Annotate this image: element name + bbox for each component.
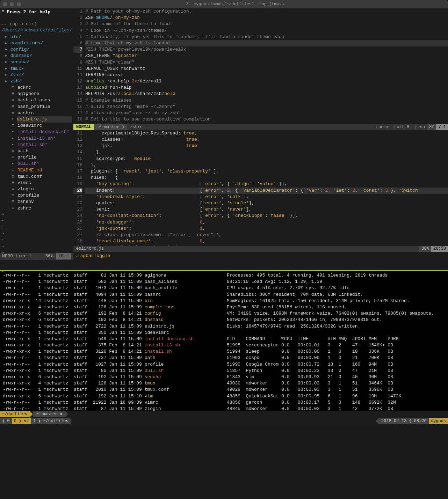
tmux-host: cygnus — [429, 418, 448, 424]
window-title: 3. cygnus.home:[~/dotfiles] :top (tmux) — [25, 1, 445, 7]
tmux-windows[interactable]: ❮ 0 0 ❯ vi 1 ❯ ~/dotfiles 2018-02-13 ❮ 0… — [0, 418, 448, 425]
editor-pane-zshrc[interactable]: 1234567891011121314151617181920212223242… — [73, 8, 448, 124]
scroll-pct: 8% — [427, 124, 436, 130]
top-columns: PID COMMAND %CPU TIME #TH #WQ #PORT MEM … — [227, 336, 445, 342]
tmux-session[interactable]: ❮ 0 — [0, 418, 12, 424]
line-numbers: 1234567891011121314151617181920212223242… — [73, 8, 85, 124]
top-header-line: MemRegions: 161925 total, 15G resident, … — [227, 298, 445, 304]
top-header-line: Networks: packets: 206203748/146G in, 79… — [227, 317, 445, 323]
filename: eslintrc.js — [73, 246, 419, 252]
tree-file[interactable]: ▪pull.sh* — [0, 161, 73, 167]
top-process-row: 51857 Python 0.0 00:00.23 33 0 47 21M 0B — [227, 368, 445, 374]
tree-folder[interactable]: ▸ dnsmasq/ — [0, 53, 73, 59]
file-icon: ▪ — [10, 161, 15, 167]
window-titlebar: 3. cygnus.home:[~/dotfiles] :top (tmux) — [0, 0, 448, 8]
tree-file[interactable]: ≡agignore — [0, 91, 73, 97]
ls-row: -rw-r--r-- 1 mschwartz staff 1073 Jan 11… — [3, 285, 221, 291]
tree-file[interactable]: ▪install-i3.sh* — [0, 135, 73, 142]
tree-file[interactable]: ≡zprofile — [0, 192, 73, 199]
zoom-button[interactable] — [17, 2, 21, 6]
tree-folder[interactable]: ▸ completions/ — [0, 40, 73, 46]
tree-file[interactable]: ≡ideavimrc — [0, 123, 73, 129]
editor-pane-eslintrc[interactable]: 1112131415161718192021222324252627282930… — [73, 130, 448, 246]
ls-row: drwxr-xr-x 6 mschwartz staff 192 Feb 8 1… — [3, 310, 221, 317]
nerdtree-status: NERD_tree_1 56% 18:1 — [0, 253, 73, 260]
top-process-row: 49029 mdworker 0.0 00:00.03 3 1 51 3596K… — [227, 387, 445, 393]
ls-row: -rwxr-xr-x 1 mschwartz staff 80 Jan 11 1… — [3, 368, 221, 374]
git-branch: ⎇ master ❯ — [94, 124, 127, 130]
file-icon: ≡ — [10, 85, 15, 91]
ls-row: -rw-r--r-- 1 mschwartz staff 2010 Jan 11… — [3, 387, 221, 393]
file-icon: ≡ — [10, 154, 15, 161]
file-icon: ≡ — [10, 199, 15, 205]
ls-row: -rwxr-xr-x 1 mschwartz staff 3120 Feb 8 … — [3, 348, 221, 355]
tree-file[interactable]: ▪eslintrc.js — [0, 116, 73, 123]
vim-cmdline[interactable]: :TagbarToggle — [73, 252, 448, 260]
tmux-status: ~/dotfiles ⎇ master ● — [0, 411, 448, 418]
tree-folder[interactable]: ▸ ✗vim/ — [0, 72, 73, 78]
file-icon: ≡ — [10, 180, 15, 186]
bottom-panes[interactable]: -rw-r--r-- 1 mschwartz staff 81 Jan 11 1… — [0, 271, 448, 411]
top-process-row: 51990 Google Chrom 0.0 00:00.72 18 1 160… — [227, 361, 445, 368]
tree-folder[interactable]: ▸ sencha/ — [0, 59, 73, 65]
filename: zshrc — [127, 124, 373, 130]
file-icon: ▪ — [10, 135, 15, 142]
top-process-row: 49030 mdworker 0.0 00:00.03 3 1 51 3464K… — [227, 380, 445, 387]
ls-row: drwxr-xr-x 6 mschwartz staff 192 Jan 11 … — [3, 374, 221, 380]
top-process-row: 48845 mdworker 0.0 00:00.03 3 1 42 3772K… — [227, 406, 445, 411]
file-icon: ≡ — [10, 104, 15, 110]
tree-file[interactable]: ≡profile — [0, 154, 73, 161]
tree-file[interactable]: ≡path — [0, 148, 73, 154]
top-header-line: PhysMem: 53G used (5615M wired), 11G unu… — [227, 304, 445, 310]
file-icon: ≡ — [10, 205, 15, 212]
tree-file[interactable]: ≡bash_profile — [0, 104, 73, 110]
file-icon: ⚙ — [10, 174, 15, 180]
tmux-window-1[interactable]: 1 ❯ ~/dotfiles — [31, 418, 71, 424]
tree-file[interactable]: ≡bash_aliases — [0, 97, 73, 103]
top-header-line: 08:21:10 Load Avg: 1.12, 1.29, 1.39 — [227, 279, 445, 285]
tmux-window-0[interactable]: 0 ❯ vi — [12, 418, 31, 424]
ls-row: -rw-r--r-- 1 mschwartz staff 4094 Jan 11… — [3, 292, 221, 298]
file-icon: ≡ — [10, 97, 15, 103]
top-process-row: 51995 screencaptur 0.0 00:00.01 3 2 47+ … — [227, 342, 445, 348]
tree-file[interactable]: ✦README.md — [0, 167, 73, 174]
tree-folder[interactable]: ▸ zsh/ — [0, 78, 73, 85]
traffic-lights[interactable] — [3, 2, 21, 6]
top-process-row: 51843 vim 0.0 00:09.93 21 0 40 30M 0B — [227, 374, 445, 380]
code-area[interactable]: experimentalObjectRestSpread: true, clas… — [85, 130, 448, 246]
top-header-line: CPU usage: 4.51% user, 2.70% sys, 92.77%… — [227, 285, 445, 291]
tree-folder[interactable]: ▸ tmux/ — [0, 66, 73, 72]
file-icon: ≡ — [10, 148, 15, 154]
tree-file[interactable]: ▪install.sh* — [0, 142, 73, 148]
tree-file[interactable]: ≡zshenv — [0, 199, 73, 205]
file-icon: ✦ — [10, 167, 15, 174]
cwd-path: /Users/mschwartz/dotfiles/ — [0, 27, 73, 34]
top-output[interactable]: Processes: 495 total, 4 running, 491 sle… — [224, 271, 448, 411]
tmux-cwd: ~/dotfiles — [0, 411, 29, 417]
close-button[interactable] — [3, 2, 7, 6]
tree-folder[interactable]: ▸ config/ — [0, 46, 73, 53]
top-header-line: SharedLibs: 306M resident, 70M data, 63M… — [227, 292, 445, 298]
ls-row: -rwxr-xr-x 1 mschwartz staff 375 Feb 8 1… — [3, 342, 221, 348]
tree-file[interactable]: ≡zshrc — [0, 205, 73, 212]
ls-row: drwxr-xr-x 14 mschwartz staff 448 Jan 11… — [3, 298, 221, 304]
code-area[interactable]: # Path to your oh-my-zsh configuration.Z… — [85, 8, 448, 124]
tree-file[interactable]: ≡zlogin — [0, 186, 73, 192]
tree-file[interactable]: ⚙tmux.conf — [0, 174, 73, 180]
up-dir[interactable]: .. (up a dir) — [0, 21, 73, 27]
tree-file[interactable]: ▪install-dnsmasq.sh* — [0, 129, 73, 135]
scroll-pct: 56% — [45, 253, 53, 259]
tree-folder[interactable]: ▸ bin/ — [0, 34, 73, 40]
tree-file[interactable]: ≡vimrc — [0, 180, 73, 186]
ls-row: drwxr-xr-x 6 mschwartz staff 192 Jan 11 … — [3, 393, 221, 399]
ls-row: -rw-r--r-- 1 mschwartz staff 350 Jan 11 … — [3, 330, 221, 336]
help-hint: " Press ? for help — [0, 8, 73, 16]
tree-file[interactable]: ≡bashrc — [0, 110, 73, 116]
nerdtree-sidebar[interactable]: " Press ? for help .. (up a dir) /Users/… — [0, 8, 73, 260]
cursor-pos: 7:1 — [436, 124, 448, 130]
tree-file[interactable]: ≡ackrc — [0, 85, 73, 91]
ls-output[interactable]: -rw-r--r-- 1 mschwartz staff 81 Jan 11 1… — [0, 271, 224, 411]
top-process-row: 48859 QuickLookSat 0.0 00:00.95 6 1 96 1… — [227, 393, 445, 399]
top-header-line: VM: 3419G vsize, 1098M framework vsize, … — [227, 310, 445, 317]
minimize-button[interactable] — [10, 2, 14, 6]
